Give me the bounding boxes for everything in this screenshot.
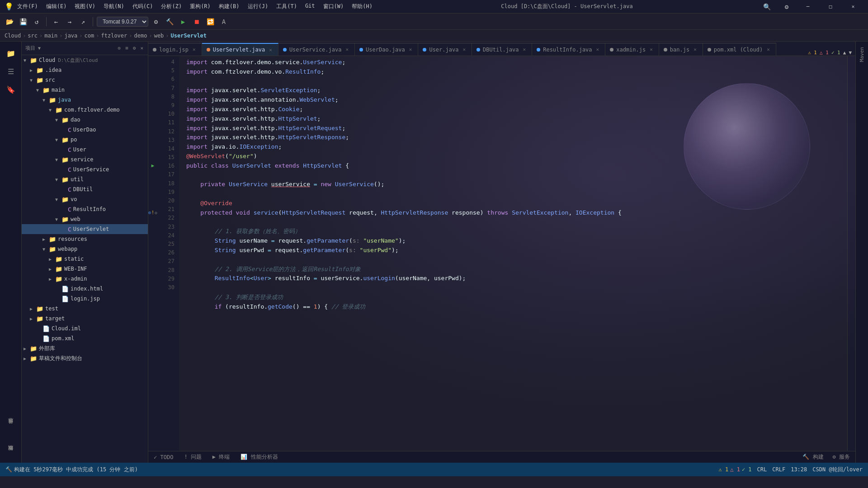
tree-item-resultinfo[interactable]: ▶ C ResultInfo (22, 204, 148, 214)
maven-panel-tab[interactable]: Maven (856, 42, 868, 67)
minimize-button[interactable]: ─ (797, 0, 818, 14)
tree-item-web[interactable]: ▼ 📁 web (22, 214, 148, 224)
menu-nav[interactable]: 导航(N) (100, 2, 128, 11)
breadcrumb-ftzlover[interactable]: ftzlover (101, 33, 127, 39)
code-editor[interactable]: import com.ftzlover.demo.service.UserSer… (179, 56, 847, 451)
menu-window[interactable]: 窗口(W) (320, 2, 348, 11)
menu-code[interactable]: 代码(C) (129, 2, 157, 11)
open-file-button[interactable]: 📂 (4, 16, 15, 28)
breadcrumb-cloud[interactable]: Cloud (5, 33, 21, 39)
breadcrumb-demo[interactable]: demo (134, 33, 147, 39)
breadcrumb-java[interactable]: java (64, 33, 77, 39)
tab-ban[interactable]: ban.js ✕ (659, 43, 703, 56)
tab-user[interactable]: User.java ✕ (418, 43, 472, 56)
run-button[interactable]: ▶ (177, 16, 189, 28)
bottom-tab-services[interactable]: ⚙ 服务 (831, 452, 852, 462)
warning-indicator[interactable]: ! (151, 209, 154, 216)
stop-button[interactable]: ⏹ (191, 16, 203, 28)
line-sep-status[interactable]: CRLF (772, 466, 785, 473)
tab-close-button[interactable]: ✕ (595, 46, 601, 53)
bottom-tab-problems[interactable]: ! 问题 (182, 452, 203, 462)
editor-content[interactable]: ▶ ⊙ ! ◇ 4 5 6 7 8 9 10 11 (148, 56, 855, 451)
tree-item-webapp[interactable]: ▼ 📁 webapp (22, 244, 148, 254)
close-button[interactable]: ✕ (843, 0, 863, 14)
tab-close-button[interactable]: ✕ (765, 46, 771, 53)
tree-item-cloud[interactable]: ▼ 📁 Cloud D:\C盘面\Cloud (22, 55, 148, 65)
tree-item-src[interactable]: ▼ 📁 src (22, 75, 148, 85)
menu-file[interactable]: 文件(F) (14, 2, 42, 11)
gutter-line-run[interactable]: ▶ (148, 161, 157, 171)
tree-item-dbutil[interactable]: ▶ C DBUtil (22, 184, 148, 194)
tree-item-com-ftzlover[interactable]: ▼ 📁 com.ftzlover.demo (22, 105, 148, 115)
tree-item-index[interactable]: ▶ 📄 index.html (22, 284, 148, 294)
project-dropdown-icon[interactable]: ▼ (38, 46, 41, 51)
menu-run[interactable]: 运行(J) (244, 2, 272, 11)
sidebar-event-log-icon[interactable]: 事件日志 (3, 419, 19, 436)
debug-button[interactable]: 🔁 (204, 16, 216, 28)
tree-item-resources[interactable]: ▶ 📁 resources (22, 234, 148, 244)
tree-item-userservlet[interactable]: ▶ C UserServlet (22, 224, 148, 234)
tab-close-button[interactable]: ✕ (344, 46, 350, 53)
forward-button[interactable]: → (64, 16, 75, 28)
tab-close-button[interactable]: ✕ (191, 46, 197, 53)
encoding-status[interactable]: CRL (757, 466, 767, 473)
breadcrumb-main[interactable]: main (44, 33, 57, 39)
tree-locate-icon[interactable]: ⊙ (117, 44, 122, 52)
tree-item-userdao[interactable]: ▶ C UserDao (22, 125, 148, 135)
bottom-tab-build[interactable]: 🔨 构建 (801, 452, 825, 462)
tree-item-pom[interactable]: ▶ 📄 pom.xml (22, 333, 148, 343)
breadcrumb-web[interactable]: web (154, 33, 164, 39)
breadcrumb-src[interactable]: src (28, 33, 38, 39)
sync-button[interactable]: ↺ (31, 16, 42, 28)
back-button[interactable]: ← (50, 16, 62, 28)
bottom-tab-profiler[interactable]: 📊 性能分析器 (239, 452, 279, 462)
tree-item-webinf[interactable]: ▶ 📁 WEB-INF (22, 264, 148, 274)
bottom-tab-terminal[interactable]: ▶ 终端 (211, 452, 231, 462)
tab-userdao[interactable]: UserDao.java ✕ (355, 43, 418, 56)
tree-item-main[interactable]: ▼ 📁 main (22, 85, 148, 95)
search-toolbar-icon[interactable]: 🔍 (758, 0, 776, 14)
recent-button[interactable]: ↗ (77, 16, 89, 28)
tab-close-button[interactable]: ✕ (522, 46, 528, 53)
sidebar-project-icon[interactable]: 📁 (3, 45, 19, 61)
tree-item-idea[interactable]: ▶ 📁 .idea (22, 65, 148, 75)
tab-pom[interactable]: pom.xml (Cloud) ✕ (703, 43, 776, 56)
gutter-line-indicators[interactable]: ⊙ ! ◇ (148, 208, 157, 218)
tree-settings-icon[interactable]: ⚙ (132, 44, 137, 52)
tab-close-button[interactable]: ✕ (461, 46, 467, 53)
tree-item-userservice[interactable]: ▶ C UserService (22, 164, 148, 174)
tab-close-button[interactable]: ✕ (692, 46, 698, 53)
menu-refactor[interactable]: 重构(R) (186, 2, 214, 11)
tab-userservlet[interactable]: UserServlet.java ✕ (202, 43, 278, 56)
tree-item-cloud-iml[interactable]: ▶ 📄 Cloud.iml (22, 324, 148, 333)
tree-item-vo[interactable]: ▼ 📁 vo (22, 194, 148, 204)
build-button[interactable]: 🔨 (164, 16, 175, 28)
tree-item-static[interactable]: ▶ 📁 static (22, 254, 148, 264)
tree-item-util[interactable]: ▼ 📁 util (22, 174, 148, 184)
bottom-tab-todo[interactable]: ✓ TODO (152, 453, 175, 461)
save-button[interactable]: 💾 (17, 16, 29, 28)
sidebar-version-icon[interactable]: 版本控制 (3, 446, 19, 463)
tab-close-button[interactable]: ✕ (648, 46, 654, 53)
settings-icon[interactable]: ⚙ (778, 0, 796, 14)
menu-edit[interactable]: 编辑(E) (42, 2, 71, 11)
tree-item-target[interactable]: ▶ 📁 target (22, 314, 148, 324)
tree-item-external-libs[interactable]: ▶ 📁 外部库 (22, 343, 148, 353)
menu-view[interactable]: 视图(V) (71, 2, 99, 11)
tree-item-service[interactable]: ▼ 📁 service (22, 155, 148, 164)
csdn-status[interactable]: CSDN @轮回/lover (812, 466, 863, 474)
tree-close-icon[interactable]: ✕ (139, 44, 144, 52)
tab-login-jsp[interactable]: login.jsp ✕ (148, 43, 202, 56)
tab-xadmin[interactable]: xadmin.js ✕ (605, 43, 659, 56)
sidebar-bookmark-icon[interactable]: 🔖 (3, 81, 19, 98)
menu-tools[interactable]: 工具(T) (273, 2, 301, 11)
menu-analyze[interactable]: 分析(Z) (157, 2, 185, 11)
translate-button[interactable]: A (218, 16, 230, 28)
tree-item-login[interactable]: ▶ 📄 login.jsp (22, 294, 148, 304)
tree-item-test[interactable]: ▶ 📁 test (22, 304, 148, 314)
tab-resultinfo[interactable]: ResultInfo.java ✕ (532, 43, 605, 56)
menu-build[interactable]: 构建(B) (215, 2, 243, 11)
sidebar-structure-icon[interactable]: ☰ (3, 63, 19, 80)
tree-item-dao[interactable]: ▼ 📁 dao (22, 115, 148, 125)
menu-help[interactable]: 帮助(H) (348, 2, 376, 11)
